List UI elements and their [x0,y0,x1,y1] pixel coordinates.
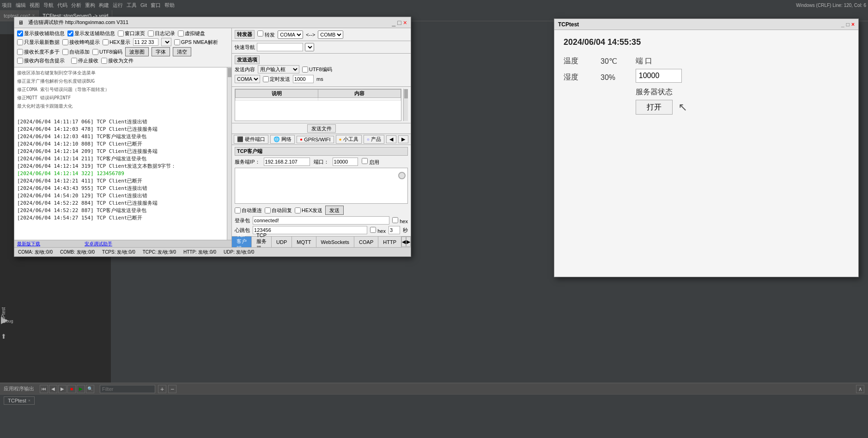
log-area[interactable]: 接收区添加右键复制到空字体全选菜单 修正蓝牙广播包解析分包长度错误BUG 修正C… [14,67,227,240]
beep-label[interactable]: 接收蜂鸣提示 [62,39,100,46]
hex-display-check[interactable] [103,39,109,45]
menu-analyze[interactable]: 分析 [71,2,81,9]
menu-edit[interactable]: 编辑 [16,2,26,9]
serial-maximize-btn[interactable]: □ [397,19,401,26]
filter-input[interactable] [100,385,155,393]
bottom-toolbar-run[interactable]: ▶ [77,385,85,393]
menu-tools[interactable]: 工具 [127,2,137,9]
table-cell-content2[interactable] [318,99,401,101]
enable-label[interactable]: 启用 [362,158,379,166]
log-label[interactable]: 日志记录 [148,30,175,37]
timed-send-label[interactable]: 定时发送 [263,76,290,83]
stop-recv-check[interactable] [71,58,77,64]
quicknav-select[interactable]: ▼ [305,43,314,51]
bottom-toolbar-stop[interactable]: ■ [67,385,76,393]
show-recv-helper-check[interactable] [17,30,23,36]
comb-select[interactable]: COMB [318,30,343,39]
auto-reply-label[interactable]: 自动回复 [265,207,292,214]
table-scrollbar-thumb[interactable] [404,89,408,98]
hex1-check[interactable] [392,217,398,223]
beep-check[interactable] [62,39,68,45]
recv-len-label[interactable]: 接收长度不多于 [17,49,60,55]
menu-code[interactable]: 代码 [57,2,67,9]
menu-navigate[interactable]: 导航 [43,2,54,9]
show-send-helper-check[interactable] [67,30,73,36]
only-latest-label[interactable]: 只显示最新数据 [17,39,60,46]
bottom-toolbar-btn1[interactable]: ⏮ [40,385,48,393]
tcptest-maximize-icon[interactable]: □ [846,21,850,28]
tcp-send-btn[interactable]: 发送 [325,206,344,215]
menu-git[interactable]: Git [140,2,147,8]
hex-select[interactable] [161,38,171,46]
heartbeat-input[interactable] [253,226,367,234]
tab-mqtt[interactable]: MQTT [292,237,316,247]
tools-btn[interactable]: 小工具 [336,135,362,144]
content-include-label[interactable]: 接收内容包含提示 [17,57,65,64]
download-link[interactable]: 最新版下载 [17,241,40,247]
tab-coap[interactable]: COAP [354,237,378,247]
virtual-kb-check[interactable] [178,30,184,36]
forward-label[interactable]: 转发 [257,30,275,38]
port-select[interactable]: COMA [235,75,260,83]
hex2-check[interactable] [370,227,376,233]
tab-next-btn[interactable]: ▶ [406,237,411,247]
hex-send-label[interactable]: HEX发送 [295,207,322,214]
bottom-collapse-btn[interactable]: ∧ [856,385,864,393]
menu-run[interactable]: 运行 [113,2,123,9]
bottom-tab-close-icon[interactable]: × [28,398,30,403]
virtual-kb-label[interactable]: 虚拟键盘 [178,30,205,37]
show-send-helper-label[interactable]: 显示发送辅助信息 [67,30,115,37]
product-btn[interactable]: 产品 [364,135,384,144]
serial-minimize-btn[interactable]: _ [392,19,396,26]
menu-refactor[interactable]: 重构 [85,2,95,9]
seconds-input[interactable] [388,226,400,234]
timed-send-check[interactable] [263,76,269,82]
hex1-label[interactable]: hex [392,217,408,224]
more-btn2[interactable]: ▶ [398,135,408,143]
recv-len-check[interactable] [17,49,23,55]
auto-reconnect-label[interactable]: 自动重连 [235,207,262,214]
tab-websockets[interactable]: WebSockets [316,237,355,247]
quicknav-input[interactable] [257,43,303,51]
menu-project[interactable]: 项目 [2,2,12,9]
bottom-minus-btn[interactable]: − [168,385,176,393]
hex-value-input[interactable] [133,38,158,46]
hex-send-check[interactable] [295,207,301,213]
tab-tcp-server[interactable]: TCP服务器 [252,237,272,247]
utf8-send-check[interactable] [302,67,308,73]
enable-check[interactable] [362,158,368,164]
log-check[interactable] [148,30,154,36]
send-content-select[interactable]: 用户输入框 [258,65,299,73]
bottom-tab-tcptest[interactable]: TCPtest × [4,396,35,405]
tab-udp[interactable]: UDP [272,237,292,247]
menu-window[interactable]: 窗口 [151,2,161,9]
table-scrollbar[interactable] [403,89,408,121]
server-ip-input[interactable] [264,158,310,166]
recv-to-file-label[interactable]: 接收为文件 [101,57,134,64]
utf8-check[interactable] [92,49,98,55]
hex-display-label[interactable]: HEX显示 [103,39,130,46]
hardware-port-btn[interactable]: ⬛ 硬件端口 [234,135,268,144]
bottom-toolbar-search[interactable]: 🔍 [86,385,94,393]
log-scrollbar[interactable] [227,67,231,240]
gps-check[interactable] [174,39,180,45]
tab-tcp-client[interactable]: TCP客户端 [232,237,252,247]
login-pkg-input[interactable] [253,216,389,225]
tcptest-minimize-icon[interactable]: _ [841,21,844,28]
gps-label[interactable]: GPS NMEA解析 [174,39,218,46]
bottom-toolbar-btn2[interactable]: ◀ [49,385,57,393]
network-btn[interactable]: 🌐 网络 [270,135,295,144]
upload-icon[interactable]: ⬆ [1,333,6,340]
bottom-toolbar-btn3[interactable]: ▶ [58,385,67,393]
tab-http[interactable]: HTTP [378,237,401,247]
send-file-btn[interactable]: 发送文件 [307,124,336,133]
gprs-btn[interactable]: GPRS/WIFI [297,136,334,143]
scrollbar-thumb[interactable] [228,68,231,77]
table-cell-desc2[interactable] [236,99,318,101]
waveform-btn[interactable]: 波形图 [125,47,149,56]
coma-select[interactable]: COMA [278,30,303,39]
bottom-add-btn[interactable]: + [158,385,166,393]
forward-check[interactable] [257,30,263,36]
tcp-port-input[interactable] [333,158,358,166]
font-btn[interactable]: 字体 [152,47,170,56]
